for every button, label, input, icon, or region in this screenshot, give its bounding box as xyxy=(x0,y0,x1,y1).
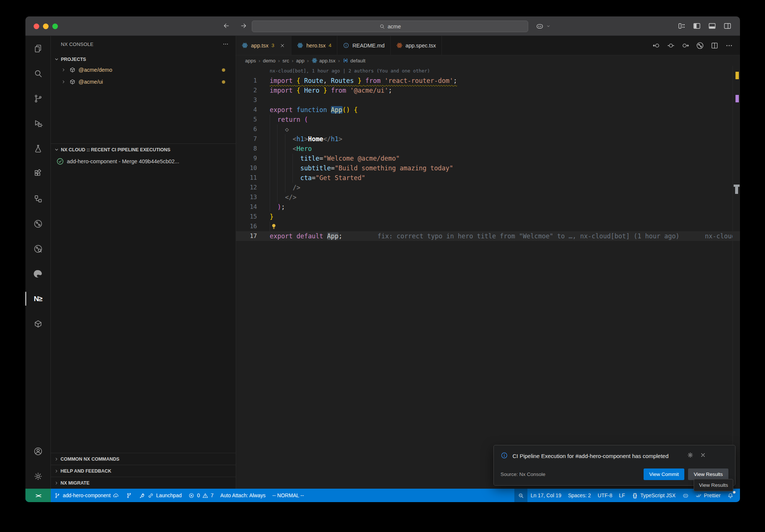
code-line-8[interactable]: 8 <Hero xyxy=(236,144,740,154)
status-vim-mode[interactable]: -- NORMAL -- xyxy=(269,489,307,502)
code-line-9[interactable]: 9 title="Welcome @acme/demo" xyxy=(236,154,740,163)
close-tab-icon[interactable] xyxy=(279,43,285,49)
split-editor-icon[interactable] xyxy=(710,41,719,50)
code-line-10[interactable]: 10 subtitle="Build something amazing tod… xyxy=(236,163,740,173)
breadcrumb-item-default[interactable]: default xyxy=(343,58,366,64)
activity-run-and-debug[interactable] xyxy=(25,111,50,136)
code-line-11[interactable]: 11 cta="Get Started" xyxy=(236,173,740,183)
status-branch[interactable]: add-hero-component xyxy=(51,489,123,502)
status-copilot[interactable] xyxy=(679,489,692,502)
react-icon xyxy=(242,42,248,49)
project-item[interactable]: @acme/ui xyxy=(51,76,236,88)
section-common-nx-commands[interactable]: COMMON NX COMMANDS xyxy=(51,453,236,465)
code-editor[interactable]: nx-cloud[bot], 1 hour ago | 2 authors (Y… xyxy=(236,66,740,489)
status-cursor-position[interactable]: Ln 17, Col 19 xyxy=(527,489,565,502)
code-line-6[interactable]: 6 ◇ xyxy=(236,124,740,134)
code-content: ); xyxy=(270,202,285,212)
code-line-16[interactable]: 16 xyxy=(236,222,740,231)
status-indentation[interactable]: Spaces: 2 xyxy=(565,489,594,502)
code-line-15[interactable]: 15} xyxy=(236,212,740,222)
run-graph-icon[interactable] xyxy=(696,41,704,50)
indent-guide xyxy=(277,192,278,202)
nav-back-icon[interactable] xyxy=(652,41,660,50)
activity-nx-console[interactable]: N≥ xyxy=(25,286,50,311)
error-icon xyxy=(188,492,195,499)
code-line-12[interactable]: 12 /> xyxy=(236,183,740,192)
nx-cloud-section-header[interactable]: NX CLOUD :: RECENT CI PIPELINE EXECUTION… xyxy=(51,144,236,155)
token xyxy=(354,77,357,84)
code-line-7[interactable]: 7 <h1>Home</h1> xyxy=(236,134,740,144)
code-content: cta="Get Started" xyxy=(270,173,365,183)
section-help-and-feedback[interactable]: HELP AND FEEDBACK xyxy=(51,465,236,477)
status-problems[interactable]: 07 xyxy=(185,489,217,502)
breadcrumb-item-apps[interactable]: apps xyxy=(245,58,256,64)
view-results-button[interactable]: View Results xyxy=(688,468,728,480)
notification-settings-icon[interactable] xyxy=(687,452,694,458)
tab-hero.tsx[interactable]: hero.tsx4 xyxy=(291,36,337,55)
close-window-button[interactable] xyxy=(34,24,39,29)
project-item[interactable]: @acme/demo xyxy=(51,64,236,76)
status-language[interactable]: {}TypeScript JSX xyxy=(628,489,679,502)
more-actions-icon[interactable] xyxy=(725,41,733,50)
more-actions-icon[interactable] xyxy=(222,41,229,47)
layout-controls xyxy=(677,22,732,30)
copilot-menu[interactable] xyxy=(536,22,551,30)
code-line-4[interactable]: 4export function App() { xyxy=(236,105,740,115)
close-icon[interactable] xyxy=(700,452,706,458)
status-encoding[interactable]: UTF-8 xyxy=(594,489,616,502)
activity-settings[interactable] xyxy=(25,464,50,489)
status-eol[interactable]: LF xyxy=(616,489,628,502)
breadcrumb-label: app xyxy=(296,58,305,64)
nav-forward-icon[interactable] xyxy=(681,41,690,50)
nav-circle-icon[interactable] xyxy=(667,41,675,50)
zoom-window-button[interactable] xyxy=(52,24,58,29)
activity-gitlens[interactable] xyxy=(25,211,50,236)
indent-guide xyxy=(277,124,278,134)
go-forward-icon[interactable] xyxy=(240,22,247,30)
code-line-17[interactable]: 17export default App;fix: correct typo i… xyxy=(236,231,740,241)
breadcrumb-item-app.tsx[interactable]: app.tsx xyxy=(312,58,336,64)
activity-testing[interactable] xyxy=(25,136,50,161)
activity-references[interactable] xyxy=(25,186,50,211)
code-line-14[interactable]: 14 ); xyxy=(236,202,740,212)
go-back-icon[interactable] xyxy=(223,22,230,30)
tab-app.tsx[interactable]: app.tsx3 xyxy=(236,36,291,55)
code-line-2[interactable]: 2import { Hero } from '@acme/ui'; xyxy=(236,86,740,95)
activity-extensions[interactable] xyxy=(25,161,50,186)
breadcrumb-item-src[interactable]: src xyxy=(282,58,289,64)
pipeline-execution-item[interactable]: add-hero-component - Merge 409b44e5cb02.… xyxy=(51,155,236,167)
code-line-5[interactable]: 5 return ( xyxy=(236,115,740,124)
section-nx-migrate[interactable]: NX MIGRATE xyxy=(51,477,236,489)
activity-explorer[interactable] xyxy=(25,36,50,61)
status-git-graph[interactable] xyxy=(123,489,136,502)
activity-accounts[interactable] xyxy=(25,439,50,464)
toggle-secondary-sidebar-icon[interactable] xyxy=(723,22,732,30)
status-zoom[interactable] xyxy=(514,489,527,502)
code-line-13[interactable]: 13 </> xyxy=(236,192,740,202)
code-line-1[interactable]: 1import { Route, Routes } from 'react-ro… xyxy=(236,76,740,86)
breadcrumb-item-app[interactable]: app xyxy=(296,58,305,64)
tab-README.md[interactable]: README.md xyxy=(337,36,390,55)
remote-indicator[interactable]: >< xyxy=(25,489,51,502)
tab-app.spec.tsx[interactable]: app.spec.tsx xyxy=(391,36,442,55)
toggle-sidebar-icon[interactable] xyxy=(693,22,701,30)
activity-containers[interactable] xyxy=(25,311,50,336)
view-commit-button[interactable]: View Commit xyxy=(644,468,684,480)
activity-edge-devtools[interactable] xyxy=(25,261,50,286)
search-icon xyxy=(33,69,43,78)
overview-ruler[interactable] xyxy=(733,66,740,489)
activity-gitlens-search[interactable] xyxy=(25,236,50,261)
breadcrumb-item-demo[interactable]: demo xyxy=(263,58,276,64)
toggle-panel-icon[interactable] xyxy=(708,22,716,30)
activity-source-control[interactable] xyxy=(25,86,50,111)
command-center-search[interactable]: acme xyxy=(252,21,528,32)
minimize-window-button[interactable] xyxy=(43,24,49,29)
token: > xyxy=(304,135,308,143)
status-auto-attach[interactable]: Auto Attach: Always xyxy=(217,489,269,502)
projects-section-header[interactable]: PROJECTS xyxy=(51,52,236,64)
status-text: Ln 17, Col 19 xyxy=(531,493,561,498)
customize-layout-icon[interactable] xyxy=(677,22,686,30)
status-launchpad[interactable]: Launchpad xyxy=(136,489,185,502)
code-line-3[interactable]: 3 xyxy=(236,95,740,105)
activity-search[interactable] xyxy=(25,61,50,86)
